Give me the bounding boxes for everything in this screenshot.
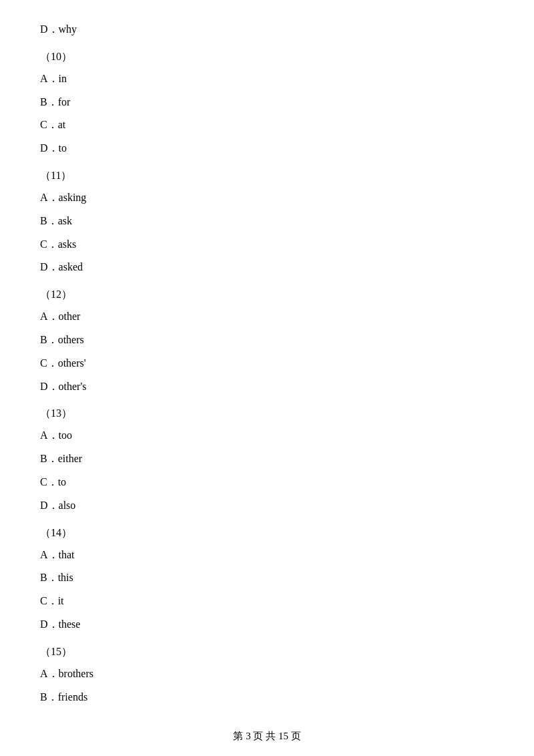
option-10d: D．to (40, 139, 494, 158)
option-11a: A．asking (40, 188, 494, 208)
option-11b: B．ask (40, 212, 494, 231)
option-14a: A．that (40, 546, 494, 565)
question-11: （11） (40, 169, 494, 183)
option-14c: C．it (40, 592, 494, 611)
option-15b: B．friends (40, 688, 494, 707)
question-14: （14） (40, 526, 494, 540)
option-14d: D．these (40, 615, 494, 634)
option-12b: B．others (40, 331, 494, 350)
question-10: （10） (40, 50, 494, 64)
option-10c: C．at (40, 116, 494, 135)
question-12: （12） (40, 288, 494, 302)
option-11c: C．asks (40, 235, 494, 254)
option-12c: C．others' (40, 354, 494, 373)
option-10a: A．in (40, 69, 494, 89)
option-13c: C．to (40, 473, 494, 492)
option-13d: D．also (40, 496, 494, 516)
option-15a: A．brothers (40, 665, 494, 684)
option-13b: B．either (40, 449, 494, 469)
option-13a: A．too (40, 426, 494, 445)
question-13: （13） (40, 407, 494, 421)
question-15: （15） (40, 645, 494, 659)
option-10b: B．for (40, 93, 494, 112)
option-14b: B．this (40, 568, 494, 588)
page-footer: 第 3 页 共 15 页 (0, 730, 534, 743)
option-d-why: D．why (40, 20, 494, 39)
option-12a: A．other (40, 307, 494, 327)
option-12d: D．other's (40, 377, 494, 397)
page-content: D．why （10） A．in B．for C．at D．to （11） A．a… (0, 0, 534, 751)
option-11d: D．asked (40, 258, 494, 277)
